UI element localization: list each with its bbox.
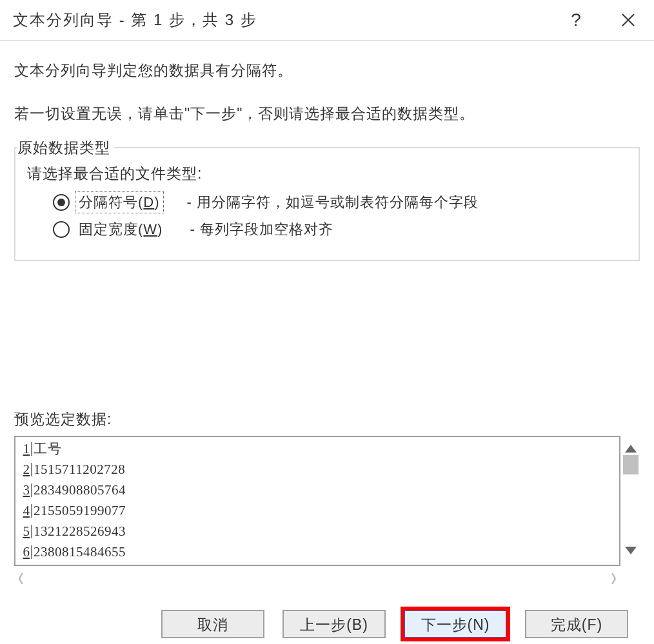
close-button[interactable] — [602, 0, 654, 40]
finish-button[interactable]: 完成(F) — [525, 610, 628, 638]
table-row: 32834908805764 — [17, 480, 126, 500]
back-button[interactable]: 上一步(B) — [282, 610, 386, 638]
vertical-scrollbar[interactable] — [622, 436, 640, 563]
scroll-right-icon[interactable]: › — [611, 563, 617, 590]
table-row: 51321228526943 — [17, 521, 126, 542]
scroll-left-icon[interactable]: ‹ — [18, 563, 24, 590]
preview-area: 1工号 21515711202728 32834908805764 421550… — [14, 436, 640, 587]
radio-delimited-row[interactable]: 分隔符号(D) - 用分隔字符，如逗号或制表符分隔每个字段 — [53, 193, 633, 212]
radio-fixed-width-label: 固定宽度(W) — [76, 220, 165, 239]
table-row: 21515711202728 — [17, 459, 126, 480]
scroll-track[interactable] — [622, 453, 640, 547]
scroll-thumb[interactable] — [623, 455, 639, 474]
scroll-down-icon[interactable] — [625, 547, 637, 554]
preview-box: 1工号 21515711202728 32834908805764 421550… — [14, 436, 620, 566]
button-row: 取消 上一步(B) 下一步(N) 完成(F) — [14, 610, 640, 638]
intro-text-2: 若一切设置无误，请单击"下一步"，否则请选择最合适的数据类型。 — [14, 104, 640, 124]
title-bar: 文本分列向导 - 第 1 步，共 3 步 ? — [0, 0, 654, 41]
table-row: 62380815484655 — [17, 542, 126, 562]
radio-delimited-indicator[interactable] — [53, 194, 70, 211]
original-data-type-group: 原始数据类型 请选择最合适的文件类型: 分隔符号(D) - 用分隔字符，如逗号或… — [14, 147, 640, 261]
help-button[interactable]: ? — [551, 0, 602, 40]
radio-fixed-width-desc: - 每列字段加空格对齐 — [190, 220, 333, 239]
horizontal-scrollbar[interactable]: ‹ › — [14, 567, 620, 587]
preview-label: 预览选定数据: — [14, 409, 640, 429]
scroll-up-icon[interactable] — [625, 445, 637, 453]
cancel-button[interactable]: 取消 — [161, 610, 264, 638]
radio-fixed-width-row[interactable]: 固定宽度(W) - 每列字段加空格对齐 — [53, 220, 633, 239]
window-title: 文本分列向导 - 第 1 步，共 3 步 — [13, 10, 551, 30]
client-area: 文本分列向导判定您的数据具有分隔符。 若一切设置无误，请单击"下一步"，否则请选… — [0, 41, 654, 638]
radio-delimited-desc: - 用分隔字符，如逗号或制表符分隔每个字段 — [187, 193, 479, 212]
next-button[interactable]: 下一步(N) — [404, 610, 507, 638]
radio-dot-icon — [57, 199, 65, 206]
table-row: 1工号 — [17, 438, 126, 459]
intro-text-1: 文本分列向导判定您的数据具有分隔符。 — [14, 61, 640, 81]
preview-table: 1工号 21515711202728 32834908805764 421550… — [17, 438, 126, 562]
radio-fixed-width-indicator[interactable] — [53, 221, 70, 238]
group-legend: 原始数据类型 — [17, 138, 114, 158]
group-prompt: 请选择最合适的文件类型: — [27, 164, 633, 184]
table-row: 42155059199077 — [17, 500, 126, 521]
close-icon — [621, 13, 635, 27]
radio-delimited-label: 分隔符号(D) — [76, 193, 163, 212]
